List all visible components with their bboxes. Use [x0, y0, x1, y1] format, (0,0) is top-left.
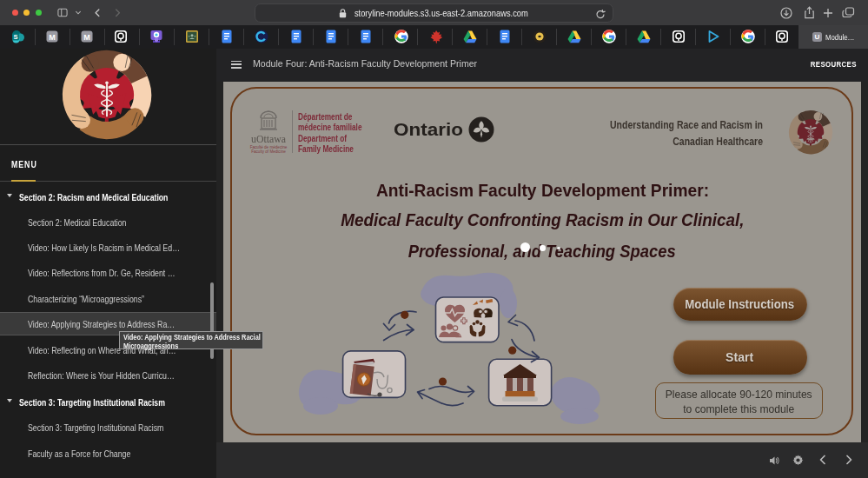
- svg-text:U: U: [815, 33, 820, 41]
